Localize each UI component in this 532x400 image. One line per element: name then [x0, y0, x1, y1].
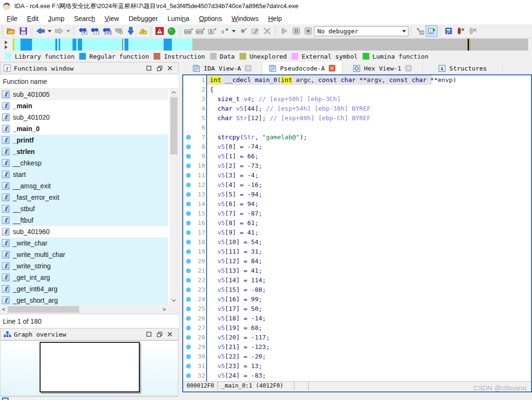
function-row-_main[interactable]: f_main	[0, 100, 168, 112]
code-line-22[interactable]: 22 v5[14] = 114;	[183, 276, 531, 285]
address-dot-icon[interactable]	[186, 316, 191, 321]
tab-close-icon[interactable]: ✕	[405, 65, 412, 72]
menu-item-windows[interactable]: Windows	[227, 14, 263, 23]
vertical-scroll-thumb[interactable]	[170, 97, 177, 154]
address-dot-icon[interactable]	[186, 164, 191, 168]
pseudocode-view[interactable]: 1int __cdecl main_0(int argc, const char…	[183, 75, 531, 381]
tab-hex-view-1[interactable]: Hex View-1✕	[343, 62, 423, 74]
menu-item-jump[interactable]: Jump	[43, 14, 69, 23]
address-dot-icon[interactable]	[186, 259, 191, 264]
address-dot-icon[interactable]	[186, 211, 191, 216]
scroll-up-icon[interactable]	[171, 91, 176, 95]
toolbar-grip[interactable]	[1, 26, 4, 36]
menu-item-view[interactable]: View	[100, 14, 124, 23]
navband-regular-function-segment[interactable]	[73, 39, 76, 51]
search-binary-button[interactable]: 101	[101, 25, 113, 37]
maximize-icon[interactable]	[144, 330, 154, 338]
debugger-stop-button[interactable]	[302, 25, 314, 37]
navband-down-arrow-icon[interactable]	[5, 45, 8, 49]
restore-icon[interactable]	[154, 64, 165, 72]
tab-pseudocode-a[interactable]: Pseudocode-A✕	[262, 62, 343, 74]
quick-compile-button[interactable]: c	[426, 25, 438, 37]
function-row-_printf[interactable]: f_printf	[0, 134, 168, 146]
attach-process-button[interactable]: C	[414, 25, 426, 37]
tab-ida-view-a[interactable]: IDA View-A✕	[182, 62, 262, 74]
address-dot-icon[interactable]	[186, 230, 191, 235]
address-dot-icon[interactable]	[186, 173, 191, 178]
function-row-_write_char[interactable]: f_write_char	[0, 237, 168, 249]
toolbar-grip[interactable]	[73, 26, 76, 36]
delete-item-button[interactable]	[261, 25, 273, 37]
function-row-_get_int64_arg[interactable]: f_get_int64_arg	[0, 283, 168, 295]
address-dot-icon[interactable]	[186, 364, 191, 369]
patch-bytes-button[interactable]	[237, 25, 249, 37]
horizontal-scroll-thumb[interactable]	[8, 306, 79, 313]
address-dot-icon[interactable]	[186, 249, 191, 254]
code-line-21[interactable]: 21 v5[13] = 41;	[183, 266, 531, 276]
address-dot-icon[interactable]	[186, 135, 191, 140]
code-line-26[interactable]: 26 v5[18] = -14;	[183, 314, 531, 323]
close-icon[interactable]	[165, 64, 175, 72]
navband-scroll-arrows[interactable]	[1, 39, 11, 50]
address-dot-icon[interactable]	[186, 354, 191, 359]
address-dot-icon[interactable]	[186, 240, 191, 245]
navigate-back-button[interactable]	[34, 25, 46, 37]
function-row-sub_401960[interactable]: fsub_401960	[0, 226, 168, 237]
jump-to-address-button[interactable]	[125, 25, 136, 37]
tab-close-icon[interactable]: ✕	[329, 65, 335, 72]
address-dot-icon[interactable]	[186, 183, 191, 187]
debugger-selector[interactable]: No debugger	[314, 26, 408, 36]
functions-vertical-scrollbar[interactable]	[169, 89, 178, 305]
function-row-__amsg_exit[interactable]: f__amsg_exit	[0, 180, 168, 192]
address-dot-icon[interactable]	[186, 192, 191, 197]
code-line-16[interactable]: 16 v5[8] = 61;	[183, 218, 531, 228]
code-line-4[interactable]: 4 char v5[44]; // [esp+54h] [ebp-38h] BY…	[183, 104, 531, 113]
menu-item-help[interactable]: Help	[263, 14, 287, 23]
maximize-icon[interactable]	[144, 64, 154, 72]
function-row-_strlen[interactable]: f_strlen	[0, 146, 168, 157]
toolbar-grip[interactable]	[409, 26, 413, 36]
menu-item-lumina[interactable]: Lumina	[163, 14, 194, 23]
highlight-lock-icon[interactable]	[136, 25, 148, 37]
function-row-_get_int_arg[interactable]: f_get_int_arg	[0, 272, 168, 283]
code-line-13[interactable]: 13 v5[5] = -94;	[183, 190, 531, 199]
save-button[interactable]	[17, 25, 29, 37]
function-row-__stbuf[interactable]: f__stbuf	[0, 203, 168, 215]
scroll-right-icon[interactable]: >	[163, 306, 166, 313]
create-string-caret[interactable]	[232, 30, 236, 32]
toolbar-grip[interactable]	[149, 26, 153, 36]
toolbar-grip[interactable]	[30, 26, 33, 36]
code-line-6[interactable]: 6	[183, 123, 531, 133]
navband-current-position-marker[interactable]	[13, 39, 14, 51]
back-history-caret[interactable]	[48, 30, 52, 32]
code-line-28[interactable]: 28 v5[20] = -117;	[183, 333, 531, 342]
search-next-button[interactable]	[113, 25, 125, 37]
address-dot-icon[interactable]	[186, 335, 191, 340]
code-line-2[interactable]: 2{	[183, 85, 531, 94]
function-row-start[interactable]: fstart	[0, 169, 168, 180]
navband-instruction-segment[interactable]	[122, 39, 123, 51]
address-dot-icon[interactable]	[186, 297, 191, 302]
code-line-29[interactable]: 29 v5[21] = -123;	[183, 342, 531, 352]
menu-item-edit[interactable]: Edit	[22, 14, 43, 23]
navigate-forward-button[interactable]	[53, 25, 65, 37]
navband-regular-function-segment[interactable]	[55, 39, 57, 51]
graph-overview-viewport-rect[interactable]	[40, 342, 140, 392]
code-line-14[interactable]: 14 v5[6] = 94;	[183, 199, 531, 209]
address-dot-icon[interactable]	[186, 287, 191, 292]
graph-overview-titlebar[interactable]: Graph overview	[0, 328, 178, 340]
address-dot-icon[interactable]	[186, 307, 191, 311]
address-dot-icon[interactable]	[186, 144, 191, 149]
tab-structures[interactable]: AStructures	[423, 62, 503, 74]
search-immediate-button[interactable]: #	[77, 25, 89, 37]
address-dot-icon[interactable]	[186, 221, 191, 226]
navband-unexplored-segment[interactable]	[469, 39, 470, 51]
code-line-32[interactable]: 32 v5[24] = -83;	[183, 371, 531, 380]
menu-item-debugger[interactable]: Debugger	[124, 14, 163, 23]
menu-item-search[interactable]: Search	[69, 14, 100, 23]
function-row-__ftbuf[interactable]: f__ftbuf	[0, 215, 168, 226]
code-line-20[interactable]: 20 v5[12] = 84;	[183, 256, 531, 266]
menu-item-options[interactable]: Options	[194, 14, 227, 23]
navband-regular-function-segment[interactable]	[59, 39, 60, 51]
address-dot-icon[interactable]	[186, 326, 191, 330]
